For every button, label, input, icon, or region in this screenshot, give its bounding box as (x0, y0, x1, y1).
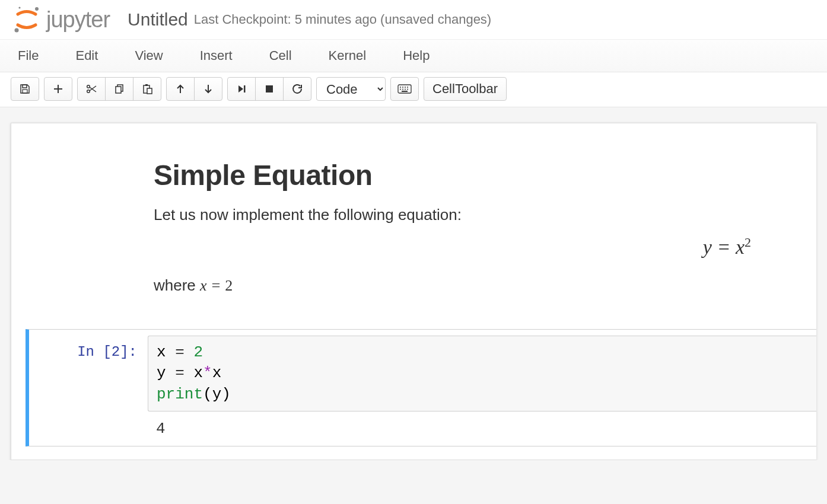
menu-insert[interactable]: Insert (193, 40, 240, 72)
scissors-icon (85, 84, 97, 94)
svg-point-16 (405, 87, 406, 88)
svg-point-15 (402, 87, 403, 88)
markdown-cell[interactable]: Simple Equation Let us now implement the… (11, 147, 816, 329)
svg-point-21 (407, 89, 408, 90)
svg-rect-22 (402, 91, 408, 92)
paste-icon (142, 84, 152, 94)
checkpoint-status: Last Checkpoint: 5 minutes ago (unsaved … (194, 12, 491, 27)
stop-icon (265, 84, 274, 94)
markdown-heading: Simple Equation (154, 159, 816, 192)
markdown-intro: Let us now implement the following equat… (154, 206, 816, 224)
copy-button[interactable] (105, 77, 133, 101)
cut-button[interactable] (77, 77, 106, 101)
cell-type-select[interactable]: Code (316, 77, 386, 101)
run-button[interactable] (227, 77, 256, 101)
svg-point-14 (400, 87, 401, 88)
svg-rect-12 (266, 85, 273, 92)
menu-cell[interactable]: Cell (262, 40, 299, 72)
restart-button[interactable] (283, 77, 311, 101)
move-up-button[interactable] (166, 77, 195, 101)
svg-point-0 (35, 7, 39, 11)
code-input[interactable]: x = 2 y = x*x print(y) (148, 336, 816, 411)
command-palette-button[interactable] (390, 77, 419, 101)
input-prompt: In [2]: (29, 336, 148, 437)
toolbar: Code CellToolbar (0, 72, 827, 107)
menu-kernel[interactable]: Kernel (322, 40, 374, 72)
svg-rect-10 (147, 88, 152, 94)
copy-icon (114, 84, 125, 94)
notebook-container: Simple Equation Let us now implement the… (11, 123, 816, 460)
arrow-up-icon (176, 84, 185, 94)
move-down-button[interactable] (194, 77, 222, 101)
menu-file[interactable]: File (11, 40, 46, 72)
jupyter-logo-text: jupyter (46, 7, 110, 33)
add-cell-button[interactable] (44, 77, 72, 101)
celltoolbar-label: CellToolbar (432, 81, 498, 97)
run-icon (236, 84, 247, 94)
code-cell[interactable]: In [2]: x = 2 y = x*x print(y) 4 (26, 329, 816, 446)
svg-rect-7 (116, 87, 121, 93)
svg-point-19 (402, 89, 403, 90)
notebook-title[interactable]: Untitled (128, 9, 188, 30)
keyboard-icon (397, 84, 412, 94)
markdown-where: where x = 2 (154, 276, 816, 295)
svg-point-2 (18, 7, 20, 8)
save-button[interactable] (11, 77, 39, 101)
restart-icon (292, 84, 303, 94)
svg-point-17 (407, 87, 408, 88)
svg-point-20 (405, 89, 406, 90)
plus-icon (53, 84, 63, 94)
svg-point-18 (400, 89, 401, 90)
header: jupyter Untitled Last Checkpoint: 5 minu… (0, 0, 827, 40)
svg-rect-9 (145, 84, 148, 86)
paste-button[interactable] (133, 77, 161, 101)
svg-rect-3 (23, 85, 27, 88)
menu-view[interactable]: View (128, 40, 170, 72)
svg-point-1 (15, 28, 19, 33)
jupyter-logo[interactable]: jupyter (11, 5, 110, 34)
interrupt-button[interactable] (255, 77, 284, 101)
save-icon (20, 84, 30, 94)
svg-rect-11 (244, 85, 246, 92)
menubar: File Edit View Insert Cell Kernel Help (0, 40, 827, 72)
equation-block: y = x2 (154, 235, 816, 259)
arrow-down-icon (203, 84, 213, 94)
code-output: 4 (148, 412, 816, 438)
menu-help[interactable]: Help (396, 40, 437, 72)
celltoolbar-button[interactable]: CellToolbar (424, 77, 507, 101)
svg-rect-4 (23, 90, 27, 93)
menu-edit[interactable]: Edit (68, 40, 105, 72)
